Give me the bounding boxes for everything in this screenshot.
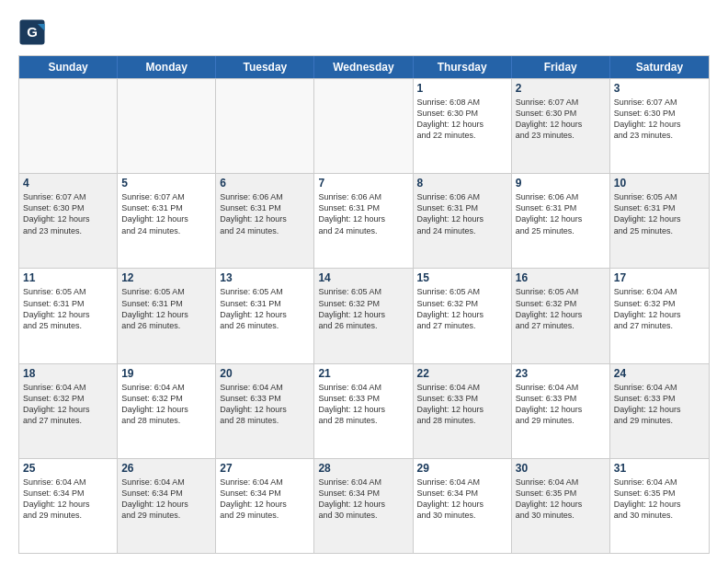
calendar-cell xyxy=(118,79,216,173)
calendar-cell: 12Sunrise: 6:05 AM Sunset: 6:31 PM Dayli… xyxy=(118,269,216,362)
calendar-cell: 17Sunrise: 6:04 AM Sunset: 6:32 PM Dayli… xyxy=(610,269,709,362)
day-number: 27 xyxy=(220,462,310,475)
day-info: Sunrise: 6:05 AM Sunset: 6:31 PM Dayligh… xyxy=(614,191,705,236)
day-info: Sunrise: 6:04 AM Sunset: 6:33 PM Dayligh… xyxy=(318,382,408,427)
day-info: Sunrise: 6:05 AM Sunset: 6:31 PM Dayligh… xyxy=(121,286,211,331)
calendar-cell: 1Sunrise: 6:08 AM Sunset: 6:30 PM Daylig… xyxy=(414,79,512,173)
day-info: Sunrise: 6:04 AM Sunset: 6:34 PM Dayligh… xyxy=(417,477,507,522)
day-info: Sunrise: 6:04 AM Sunset: 6:32 PM Dayligh… xyxy=(23,382,113,427)
calendar-cell: 11Sunrise: 6:05 AM Sunset: 6:31 PM Dayli… xyxy=(19,269,118,362)
day-info: Sunrise: 6:04 AM Sunset: 6:32 PM Dayligh… xyxy=(614,286,705,331)
day-info: Sunrise: 6:04 AM Sunset: 6:34 PM Dayligh… xyxy=(220,477,310,522)
day-number: 5 xyxy=(121,177,211,190)
day-number: 24 xyxy=(614,367,705,380)
calendar-cell: 28Sunrise: 6:04 AM Sunset: 6:34 PM Dayli… xyxy=(314,459,413,553)
calendar-cell: 16Sunrise: 6:05 AM Sunset: 6:32 PM Dayli… xyxy=(512,269,610,362)
calendar-body: 1Sunrise: 6:08 AM Sunset: 6:30 PM Daylig… xyxy=(19,78,709,553)
calendar-cell: 3Sunrise: 6:07 AM Sunset: 6:30 PM Daylig… xyxy=(610,79,709,173)
day-info: Sunrise: 6:05 AM Sunset: 6:32 PM Dayligh… xyxy=(417,286,507,331)
calendar-cell: 23Sunrise: 6:04 AM Sunset: 6:33 PM Dayli… xyxy=(512,364,610,458)
calendar-cell xyxy=(216,79,314,173)
day-info: Sunrise: 6:04 AM Sunset: 6:35 PM Dayligh… xyxy=(516,477,606,522)
calendar-cell: 22Sunrise: 6:04 AM Sunset: 6:33 PM Dayli… xyxy=(414,364,512,458)
calendar-cell: 6Sunrise: 6:06 AM Sunset: 6:31 PM Daylig… xyxy=(216,174,314,268)
calendar-cell: 20Sunrise: 6:04 AM Sunset: 6:33 PM Dayli… xyxy=(216,364,314,458)
day-number: 18 xyxy=(23,367,113,380)
calendar-cell: 27Sunrise: 6:04 AM Sunset: 6:34 PM Dayli… xyxy=(216,459,314,553)
logo: G xyxy=(18,18,50,46)
calendar-cell: 21Sunrise: 6:04 AM Sunset: 6:33 PM Dayli… xyxy=(314,364,413,458)
calendar-header-row: SundayMondayTuesdayWednesdayThursdayFrid… xyxy=(19,56,709,78)
calendar-cell: 18Sunrise: 6:04 AM Sunset: 6:32 PM Dayli… xyxy=(19,364,118,458)
calendar-cell: 15Sunrise: 6:05 AM Sunset: 6:32 PM Dayli… xyxy=(414,269,512,362)
day-number: 28 xyxy=(318,462,408,475)
calendar-cell: 29Sunrise: 6:04 AM Sunset: 6:34 PM Dayli… xyxy=(414,459,512,553)
header-cell-tuesday: Tuesday xyxy=(216,56,314,78)
page: G SundayMondayTuesdayWednesdayThursdayFr… xyxy=(0,0,728,563)
day-info: Sunrise: 6:04 AM Sunset: 6:35 PM Dayligh… xyxy=(614,477,705,522)
calendar-cell xyxy=(314,79,413,173)
calendar-cell: 4Sunrise: 6:07 AM Sunset: 6:30 PM Daylig… xyxy=(19,174,118,268)
calendar-cell: 26Sunrise: 6:04 AM Sunset: 6:34 PM Dayli… xyxy=(118,459,216,553)
day-info: Sunrise: 6:06 AM Sunset: 6:31 PM Dayligh… xyxy=(318,191,408,236)
logo-icon: G xyxy=(18,18,46,46)
calendar-cell: 10Sunrise: 6:05 AM Sunset: 6:31 PM Dayli… xyxy=(610,174,709,268)
day-info: Sunrise: 6:07 AM Sunset: 6:30 PM Dayligh… xyxy=(516,97,606,142)
day-info: Sunrise: 6:05 AM Sunset: 6:31 PM Dayligh… xyxy=(220,286,310,331)
day-number: 21 xyxy=(318,367,408,380)
day-number: 8 xyxy=(417,177,507,190)
day-info: Sunrise: 6:05 AM Sunset: 6:32 PM Dayligh… xyxy=(318,286,408,331)
header-cell-saturday: Saturday xyxy=(610,56,709,78)
calendar-cell: 30Sunrise: 6:04 AM Sunset: 6:35 PM Dayli… xyxy=(512,459,610,553)
calendar-cell: 7Sunrise: 6:06 AM Sunset: 6:31 PM Daylig… xyxy=(314,174,413,268)
calendar: SundayMondayTuesdayWednesdayThursdayFrid… xyxy=(18,55,710,554)
calendar-cell: 8Sunrise: 6:06 AM Sunset: 6:31 PM Daylig… xyxy=(414,174,512,268)
header-cell-wednesday: Wednesday xyxy=(314,56,413,78)
calendar-cell: 2Sunrise: 6:07 AM Sunset: 6:30 PM Daylig… xyxy=(512,79,610,173)
day-number: 20 xyxy=(220,367,310,380)
day-number: 17 xyxy=(614,271,705,284)
day-number: 10 xyxy=(614,177,705,190)
calendar-cell: 25Sunrise: 6:04 AM Sunset: 6:34 PM Dayli… xyxy=(19,459,118,553)
header: G xyxy=(18,18,710,46)
day-number: 4 xyxy=(23,177,113,190)
calendar-row-3: 18Sunrise: 6:04 AM Sunset: 6:32 PM Dayli… xyxy=(19,363,709,458)
day-info: Sunrise: 6:05 AM Sunset: 6:31 PM Dayligh… xyxy=(23,286,113,331)
day-number: 23 xyxy=(516,367,606,380)
day-info: Sunrise: 6:04 AM Sunset: 6:33 PM Dayligh… xyxy=(417,382,507,427)
day-number: 25 xyxy=(23,462,113,475)
day-info: Sunrise: 6:04 AM Sunset: 6:33 PM Dayligh… xyxy=(516,382,606,427)
day-info: Sunrise: 6:04 AM Sunset: 6:34 PM Dayligh… xyxy=(23,477,113,522)
day-number: 3 xyxy=(614,82,705,95)
day-number: 11 xyxy=(23,271,113,284)
day-number: 29 xyxy=(417,462,507,475)
day-number: 19 xyxy=(121,367,211,380)
day-number: 15 xyxy=(417,271,507,284)
day-info: Sunrise: 6:04 AM Sunset: 6:34 PM Dayligh… xyxy=(318,477,408,522)
day-number: 13 xyxy=(220,271,310,284)
calendar-cell: 5Sunrise: 6:07 AM Sunset: 6:31 PM Daylig… xyxy=(118,174,216,268)
day-number: 9 xyxy=(516,177,606,190)
day-number: 7 xyxy=(318,177,408,190)
day-info: Sunrise: 6:08 AM Sunset: 6:30 PM Dayligh… xyxy=(417,97,507,142)
day-info: Sunrise: 6:06 AM Sunset: 6:31 PM Dayligh… xyxy=(220,191,310,236)
day-number: 30 xyxy=(516,462,606,475)
day-info: Sunrise: 6:07 AM Sunset: 6:31 PM Dayligh… xyxy=(121,191,211,236)
calendar-row-2: 11Sunrise: 6:05 AM Sunset: 6:31 PM Dayli… xyxy=(19,268,709,362)
day-number: 26 xyxy=(121,462,211,475)
day-number: 31 xyxy=(614,462,705,475)
day-info: Sunrise: 6:07 AM Sunset: 6:30 PM Dayligh… xyxy=(23,191,113,236)
day-info: Sunrise: 6:04 AM Sunset: 6:34 PM Dayligh… xyxy=(121,477,211,522)
day-number: 2 xyxy=(516,82,606,95)
svg-text:G: G xyxy=(27,24,38,40)
calendar-cell: 13Sunrise: 6:05 AM Sunset: 6:31 PM Dayli… xyxy=(216,269,314,362)
calendar-row-1: 4Sunrise: 6:07 AM Sunset: 6:30 PM Daylig… xyxy=(19,173,709,268)
day-info: Sunrise: 6:04 AM Sunset: 6:32 PM Dayligh… xyxy=(121,382,211,427)
day-info: Sunrise: 6:05 AM Sunset: 6:32 PM Dayligh… xyxy=(516,286,606,331)
calendar-cell: 14Sunrise: 6:05 AM Sunset: 6:32 PM Dayli… xyxy=(314,269,413,362)
header-cell-sunday: Sunday xyxy=(19,56,118,78)
calendar-cell: 24Sunrise: 6:04 AM Sunset: 6:33 PM Dayli… xyxy=(610,364,709,458)
day-info: Sunrise: 6:06 AM Sunset: 6:31 PM Dayligh… xyxy=(417,191,507,236)
day-info: Sunrise: 6:06 AM Sunset: 6:31 PM Dayligh… xyxy=(516,191,606,236)
header-cell-friday: Friday xyxy=(512,56,610,78)
